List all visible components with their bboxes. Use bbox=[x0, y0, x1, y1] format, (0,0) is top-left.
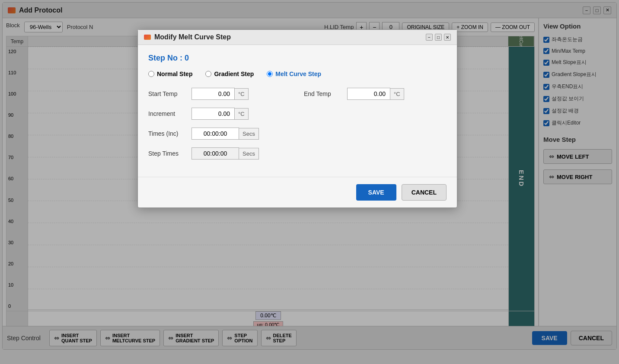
increment-field: Increment °C bbox=[148, 108, 291, 120]
modal-minimize-button[interactable]: − bbox=[426, 34, 433, 41]
modal-title: Modify Melt Curve Step bbox=[154, 33, 422, 41]
modal-dialog: Modify Melt Curve Step − □ ✕ Step No : 0… bbox=[137, 29, 457, 208]
increment-input[interactable] bbox=[191, 108, 235, 120]
modal-footer: SAVE CANCEL bbox=[138, 177, 457, 208]
step-times-unit: Secs bbox=[239, 148, 259, 160]
step-times-field: Step Times Secs bbox=[148, 147, 291, 160]
end-temp-field: End Temp °C bbox=[304, 88, 447, 100]
step-times-label: Step Times bbox=[148, 150, 187, 157]
modal-cancel-button[interactable]: CANCEL bbox=[402, 184, 447, 201]
increment-label: Increment bbox=[148, 110, 187, 117]
modal-window-controls: − □ ✕ bbox=[426, 34, 451, 41]
start-temp-field: Start Temp °C bbox=[148, 88, 291, 100]
end-temp-input[interactable] bbox=[347, 88, 390, 100]
meltcurve-step-radio[interactable] bbox=[267, 71, 273, 77]
modal-close-button[interactable]: ✕ bbox=[444, 34, 451, 41]
times-inc-label: Times (Inc) bbox=[148, 130, 187, 137]
modal-title-bar: Modify Melt Curve Step − □ ✕ bbox=[138, 30, 457, 45]
times-inc-input[interactable] bbox=[191, 128, 239, 140]
modal-body: Step No : 0 Normal Step Gradient Step Me… bbox=[138, 45, 457, 177]
normal-step-label: Normal Step bbox=[157, 70, 192, 77]
end-temp-unit: °C bbox=[390, 88, 404, 100]
form-grid: Start Temp °C End Temp °C Increment bbox=[148, 88, 447, 160]
modal-save-button[interactable]: SAVE bbox=[356, 184, 396, 201]
step-no-label: Step No : 0 bbox=[148, 54, 447, 63]
step-times-input[interactable] bbox=[191, 147, 239, 160]
increment-unit: °C bbox=[235, 108, 249, 120]
gradient-step-radio-label[interactable]: Gradient Step bbox=[205, 70, 254, 77]
modal-icon bbox=[144, 35, 151, 40]
normal-step-radio-label[interactable]: Normal Step bbox=[148, 70, 192, 77]
gradient-step-label: Gradient Step bbox=[214, 70, 254, 77]
gradient-step-radio[interactable] bbox=[205, 71, 211, 77]
meltcurve-step-radio-label[interactable]: Melt Curve Step bbox=[267, 70, 321, 77]
start-temp-label: Start Temp bbox=[148, 90, 187, 97]
end-temp-label: End Temp bbox=[304, 90, 343, 97]
times-inc-field: Times (Inc) Secs bbox=[148, 128, 291, 140]
times-inc-unit: Secs bbox=[239, 128, 259, 140]
step-type-row: Normal Step Gradient Step Melt Curve Ste… bbox=[148, 70, 447, 77]
start-temp-unit: °C bbox=[235, 88, 249, 100]
meltcurve-step-label: Melt Curve Step bbox=[275, 70, 321, 77]
modal-maximize-button[interactable]: □ bbox=[435, 34, 442, 41]
normal-step-radio[interactable] bbox=[148, 71, 154, 77]
start-temp-input[interactable] bbox=[191, 88, 235, 100]
